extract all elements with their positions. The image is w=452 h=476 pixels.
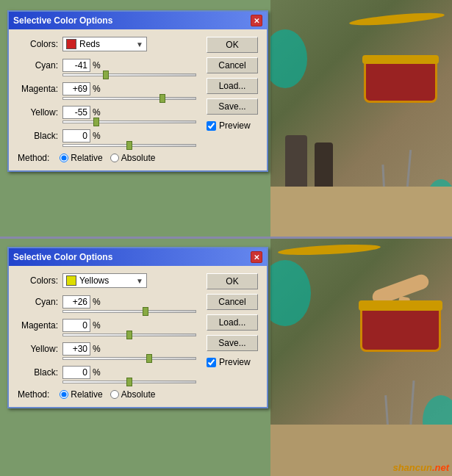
magenta-input-top[interactable] [62,82,90,95]
preview-check-bottom[interactable] [207,358,216,367]
dialog-top-titlebar: Selective Color Options ✕ [9,12,267,29]
dialog-bottom-close-button[interactable]: ✕ [251,251,262,263]
cyan-input-top[interactable] [62,59,90,72]
method-absolute-label-top: Absolute [121,153,156,163]
method-absolute-label-bottom: Absolute [121,389,156,400]
magenta-row-bottom: Magenta: % [18,319,199,336]
black-pct-top: % [93,131,101,141]
method-relative-label-top: Relative [71,153,102,163]
dialog-top-close-button[interactable]: ✕ [251,15,262,26]
colors-row-bottom: Colors: Yellows ▼ [18,273,199,288]
color-select-arrow-bottom: ▼ [136,277,143,285]
yellow-row-top: Yellow: % [18,106,199,123]
black-thumb-bottom[interactable] [126,378,132,386]
colors-select-top[interactable]: Reds ▼ [62,37,147,51]
magenta-track-top[interactable] [62,97,196,100]
magenta-label-top: Magenta: [18,84,58,94]
color-swatch-bottom [66,275,76,286]
magenta-thumb-top[interactable] [159,94,165,103]
black-track-bottom[interactable] [62,381,196,383]
method-label-top: Method: [18,153,49,163]
method-relative-top[interactable]: Relative [60,153,102,163]
cyan-thumb-bottom[interactable] [143,307,148,316]
dialog-bottom-right: OK Cancel Load... Save... Preview [207,273,258,400]
preview-checkbox-top[interactable]: Preview [207,120,258,131]
color-swatch-top [66,39,76,49]
watermark: shancun.net [392,462,449,473]
colors-select-bottom[interactable]: Yellows ▼ [62,273,147,288]
color-select-text-top: Reds [79,39,136,49]
method-absolute-radio-top[interactable] [110,154,119,162]
ok-button-top[interactable]: OK [207,37,258,53]
cyan-row-top: Cyan: % [18,59,199,76]
cyan-track-top[interactable] [62,73,196,76]
yellow-track-top[interactable] [62,120,196,123]
ok-button-bottom[interactable]: OK [207,273,258,289]
preview-label-bottom: Preview [219,357,251,367]
method-relative-label-bottom: Relative [71,389,102,400]
black-thumb-top[interactable] [126,141,132,150]
watermark-text1: shancun [392,462,431,473]
yellow-input-top[interactable] [62,106,90,119]
magenta-track-bottom[interactable] [62,333,196,336]
black-pct-bottom: % [93,367,101,378]
dialog-bottom-titlebar: Selective Color Options ✕ [9,248,267,266]
load-button-top[interactable]: Load... [207,78,258,94]
yellow-label-bottom: Yellow: [18,344,58,354]
black-label-bottom: Black: [18,367,58,378]
colors-row-top: Colors: Reds ▼ [18,37,199,51]
save-button-top[interactable]: Save... [207,98,258,115]
cancel-button-bottom[interactable]: Cancel [207,294,258,310]
magenta-pct-bottom: % [93,320,101,331]
black-row-bottom: Black: % [18,366,199,383]
dialog-top-title: Selective Color Options [13,15,112,26]
dialog-bottom: Selective Color Options ✕ Colors: Yellow… [7,247,268,408]
cyan-pct-top: % [93,60,101,71]
save-button-bottom[interactable]: Save... [207,335,258,351]
dialog-top: Selective Color Options ✕ Colors: Reds ▼… [7,10,268,172]
preview-label-top: Preview [219,120,251,131]
yellow-pct-bottom: % [93,344,101,354]
magenta-row-top: Magenta: % [18,82,199,100]
cyan-thumb-top[interactable] [103,71,109,79]
cyan-row-bottom: Cyan: % [18,295,199,313]
method-absolute-top[interactable]: Absolute [110,153,156,163]
preview-checkbox-bottom[interactable]: Preview [207,357,258,367]
cyan-label-bottom: Cyan: [18,297,58,307]
photo-bg-bottom [270,238,452,476]
method-row-bottom: Method: Relative Absolute [18,389,199,400]
magenta-label-bottom: Magenta: [18,320,58,331]
magenta-pct-top: % [93,84,101,94]
divider [0,237,452,239]
yellow-input-bottom[interactable] [62,342,90,356]
yellow-thumb-bottom[interactable] [146,354,152,363]
cyan-pct-bottom: % [93,297,101,307]
dialog-top-left: Colors: Reds ▼ Cyan: % [18,37,199,163]
method-relative-radio-top[interactable] [60,154,68,162]
method-relative-radio-bottom[interactable] [60,390,68,399]
load-button-bottom[interactable]: Load... [207,314,258,331]
method-absolute-bottom[interactable]: Absolute [110,389,156,400]
method-label-bottom: Method: [18,389,49,400]
watermark-text2: .net [432,462,449,473]
yellow-pct-top: % [93,107,101,118]
yellow-thumb-top[interactable] [93,118,99,126]
black-row-top: Black: % [18,129,199,147]
dialog-bottom-title: Selective Color Options [13,252,112,262]
cyan-track-bottom[interactable] [62,310,196,313]
magenta-thumb-bottom[interactable] [126,331,132,339]
cancel-button-top[interactable]: Cancel [207,57,258,73]
yellow-row-bottom: Yellow: % [18,342,199,360]
method-absolute-radio-bottom[interactable] [110,390,119,399]
method-relative-bottom[interactable]: Relative [60,389,102,400]
preview-check-top[interactable] [207,121,216,131]
yellow-track-bottom[interactable] [62,357,196,360]
black-input-bottom[interactable] [62,366,90,379]
dialog-bottom-left: Colors: Yellows ▼ Cyan: % [18,273,199,400]
cyan-label-top: Cyan: [18,60,58,71]
magenta-input-bottom[interactable] [62,319,90,332]
cyan-input-bottom[interactable] [62,295,90,309]
yellow-label-top: Yellow: [18,107,58,118]
black-track-top[interactable] [62,144,196,147]
black-input-top[interactable] [62,129,90,143]
